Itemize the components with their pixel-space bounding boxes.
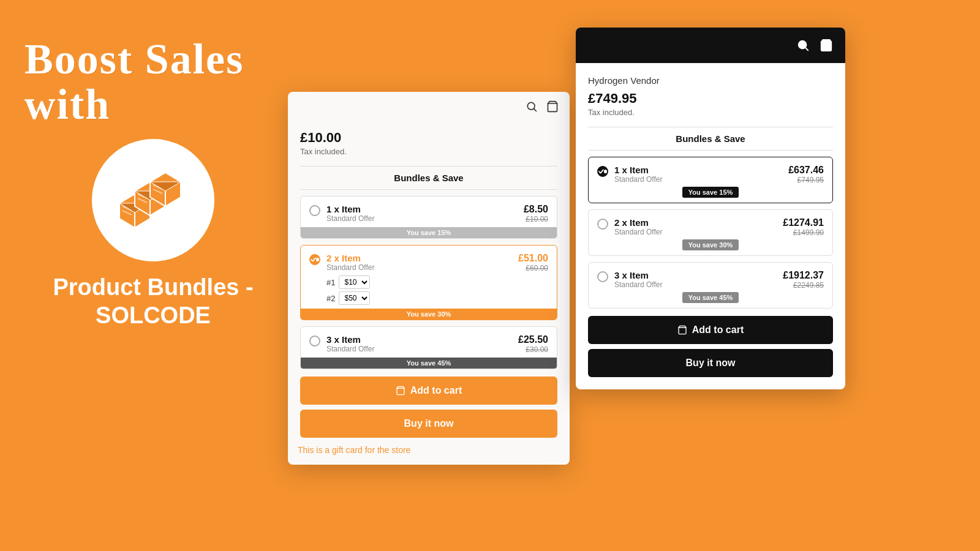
- bundles-section: Bundles & Save 1 x Item Standard Offer £…: [300, 166, 557, 438]
- right-bundle-3-top: 3 x Item Standard Offer £1912.37 £2249.8…: [597, 270, 824, 290]
- right-search-icon[interactable]: [796, 39, 810, 52]
- bundle-3-name: 3 x Item: [326, 334, 375, 345]
- right-check-icon-1: [598, 169, 604, 174]
- buy-now-label: Buy it now: [404, 418, 454, 429]
- right-cart-icon[interactable]: [820, 39, 833, 52]
- right-bundle-2-name: 2 x Item: [614, 217, 663, 228]
- center-card-inner: Bundles & Save 1 x Item Standard Offer £…: [288, 166, 570, 438]
- cart-button-icon: [396, 386, 405, 395]
- right-bundle-1-offer: Standard Offer: [614, 175, 663, 184]
- bundle-2-price-old: £60.00: [518, 264, 548, 272]
- right-bundle-3-offer: Standard Offer: [614, 280, 663, 289]
- right-bundles-title: Bundles & Save: [588, 127, 833, 151]
- right-bundle-1-radio[interactable]: [597, 166, 608, 177]
- search-icon[interactable]: [526, 100, 538, 113]
- right-bundle-option-2[interactable]: 2 x Item Standard Offer £1274.91 £1499.9…: [588, 209, 833, 256]
- right-bundle-1-left: 1 x Item Standard Offer: [597, 165, 663, 184]
- right-bundle-2-top: 2 x Item Standard Offer £1274.91 £1499.9…: [597, 217, 824, 237]
- svg-line-20: [805, 48, 808, 50]
- bundle-option-2-top: 2 x Item Standard Offer #1 $10 $25 $50: [309, 253, 548, 305]
- boxes-icon: [116, 167, 190, 234]
- dropdown-2-select[interactable]: $10 $50 $25: [339, 291, 370, 305]
- bundles-title: Bundles & Save: [300, 166, 557, 190]
- bundle-3-price-old: £30.00: [518, 345, 548, 354]
- right-bundle-1-save-wrapper: You save 15%: [597, 187, 824, 198]
- center-price: £10.00: [300, 130, 557, 146]
- bundle-2-radio[interactable]: [309, 254, 320, 265]
- bundle-3-offer: Standard Offer: [326, 345, 375, 353]
- bundle-1-info: 1 x Item Standard Offer: [326, 204, 375, 223]
- bundle-2-name: 2 x Item: [326, 253, 375, 263]
- right-bundle-2-save-wrapper: You save 30%: [597, 239, 824, 250]
- right-bundle-2-price: £1274.91 £1499.90: [783, 217, 824, 237]
- bundle-2-save-badge: You save 30%: [301, 309, 557, 320]
- right-bundle-1-info: 1 x Item Standard Offer: [614, 165, 663, 184]
- bundle-option-1-top: 1 x Item Standard Offer £8.50 £10.00: [309, 204, 548, 223]
- right-bundle-option-3[interactable]: 3 x Item Standard Offer £1912.37 £2249.8…: [588, 262, 833, 309]
- right-bundle-1-price: £637.46 £749.95: [788, 165, 824, 184]
- center-card-nav: [288, 92, 570, 118]
- bundle-option-3-top: 3 x Item Standard Offer £25.50 £30.00: [309, 334, 548, 354]
- vendor-name: Hydrogen Vendor: [588, 75, 833, 86]
- svg-line-16: [534, 109, 537, 111]
- dropdown-1-select[interactable]: $10 $25 $50: [339, 276, 370, 289]
- bundle-2-offer: Standard Offer: [326, 263, 375, 272]
- right-card-body: Hydrogen Vendor £749.95 Tax included. Bu…: [576, 63, 845, 389]
- right-bundle-3-save-badge: You save 45%: [682, 292, 739, 303]
- bundle-3-info: 3 x Item Standard Offer: [326, 334, 375, 353]
- buy-now-button[interactable]: Buy it now: [300, 410, 557, 438]
- bundle-2-price: £51.00 £60.00: [518, 253, 548, 272]
- center-card: £10.00 Tax included. Bundles & Save 1 x …: [288, 92, 570, 465]
- right-bundle-3-price: £1912.37 £2249.85: [783, 270, 824, 290]
- right-card: Hydrogen Vendor £749.95 Tax included. Bu…: [576, 28, 845, 389]
- right-bundle-3-info: 3 x Item Standard Offer: [614, 270, 663, 289]
- dropdown-row-2: #2 $10 $50 $25: [326, 291, 375, 305]
- right-bundle-1-name: 1 x Item: [614, 165, 663, 175]
- right-add-to-cart-button[interactable]: Add to cart: [588, 316, 833, 344]
- bundle-3-radio[interactable]: [309, 335, 320, 347]
- right-bundles-section: Bundles & Save 1 x Item Standard Offer: [588, 127, 833, 377]
- right-bundle-3-left: 3 x Item Standard Offer: [597, 270, 663, 289]
- right-card-header: [576, 28, 845, 63]
- right-bundle-2-left: 2 x Item Standard Offer: [597, 217, 663, 236]
- left-panel: Boost Sales with: [24, 37, 282, 329]
- bundle-option-3[interactable]: 3 x Item Standard Offer £25.50 £30.00 Yo…: [300, 326, 557, 369]
- right-bundle-2-radio[interactable]: [597, 219, 608, 230]
- check-icon: [311, 257, 316, 262]
- right-price: £749.95: [588, 91, 833, 107]
- right-bundle-1-save-badge: You save 15%: [682, 187, 739, 198]
- bundle-3-save-badge: You save 45%: [301, 358, 557, 369]
- bundle-1-price: £8.50 £10.00: [524, 204, 548, 223]
- right-buy-now-label: Buy it now: [686, 358, 736, 369]
- right-bundle-1-price-old: £749.95: [788, 176, 824, 184]
- right-bundle-option-1[interactable]: 1 x Item Standard Offer £637.46 £749.95 …: [588, 157, 833, 203]
- bundle-option-2[interactable]: 2 x Item Standard Offer #1 $10 $25 $50: [300, 245, 557, 320]
- dropdown-1-label: #1: [326, 278, 335, 287]
- bundle-3-price: £25.50 £30.00: [518, 334, 548, 354]
- bundle-1-name: 1 x Item: [326, 204, 375, 214]
- bundle-option-1[interactable]: 1 x Item Standard Offer £8.50 £10.00 You…: [300, 196, 557, 239]
- right-bundle-3-radio[interactable]: [597, 271, 608, 282]
- right-bundle-1-top: 1 x Item Standard Offer £637.46 £749.95: [597, 165, 824, 184]
- bundle-1-offer: Standard Offer: [326, 214, 375, 223]
- svg-point-15: [527, 102, 535, 110]
- bundle-option-3-left: 3 x Item Standard Offer: [309, 334, 375, 353]
- right-buy-now-button[interactable]: Buy it now: [588, 349, 833, 377]
- center-card-top: £10.00 Tax included.: [288, 118, 570, 156]
- right-bundle-3-name: 3 x Item: [614, 270, 663, 280]
- add-to-cart-button[interactable]: Add to cart: [300, 377, 557, 405]
- dropdown-row-1: #1 $10 $25 $50: [326, 276, 375, 289]
- bundle-1-radio[interactable]: [309, 205, 320, 216]
- bundle-2-info: 2 x Item Standard Offer #1 $10 $25 $50: [326, 253, 375, 305]
- bundle-1-price-old: £10.00: [524, 215, 548, 223]
- bundle-option-2-left: 2 x Item Standard Offer #1 $10 $25 $50: [309, 253, 375, 305]
- product-bundles-title: Product Bundles - SOLCODE: [24, 274, 282, 329]
- center-tax: Tax included.: [300, 147, 557, 156]
- cart-icon[interactable]: [546, 100, 559, 113]
- logo-circle: [92, 139, 214, 261]
- right-bundle-2-info: 2 x Item Standard Offer: [614, 217, 663, 236]
- bundle-2-price-new: £51.00: [518, 253, 548, 264]
- right-bundle-2-save-badge: You save 30%: [682, 239, 739, 250]
- add-to-cart-label: Add to cart: [410, 385, 462, 396]
- gift-card-text: This is a gift card for the store: [288, 445, 570, 465]
